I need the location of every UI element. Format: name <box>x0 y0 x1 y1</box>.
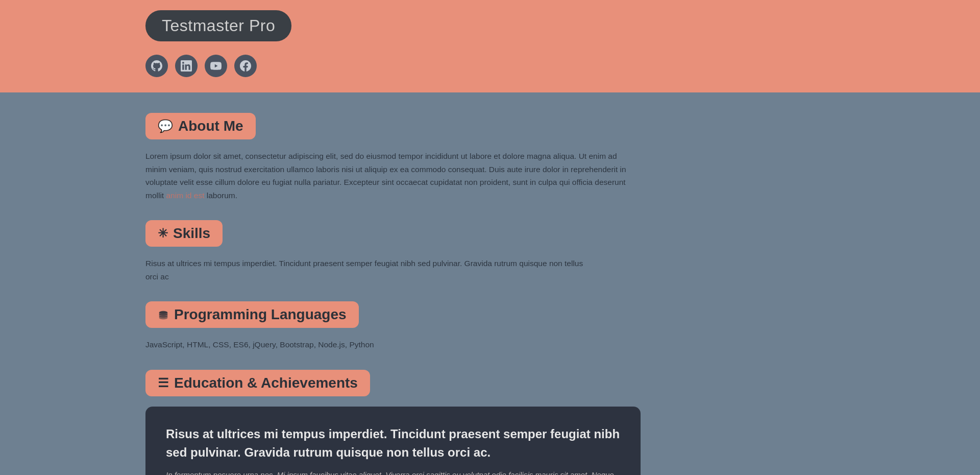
education-heading[interactable]: ☰ Education & Achievements <box>145 370 370 396</box>
youtube-icon[interactable] <box>205 55 227 77</box>
about-text-end: laborum. <box>204 191 237 200</box>
about-section: 💬 About Me Lorem ipsum dolor sit amet, c… <box>145 113 980 202</box>
programming-text: JavaScript, HTML, CSS, ES6, jQuery, Boot… <box>145 338 980 351</box>
linkedin-icon[interactable] <box>175 55 198 77</box>
header-section: Testmaster Pro <box>0 0 980 92</box>
education-section: ☰ Education & Achievements Risus at ultr… <box>145 370 980 475</box>
skills-heading-label: Skills <box>173 225 210 242</box>
skills-heading[interactable]: ✳ Skills <box>145 220 223 247</box>
skills-section: ✳ Skills Risus at ultrices mi tempus imp… <box>145 220 980 283</box>
about-icon: 💬 <box>158 119 173 133</box>
about-heading[interactable]: 💬 About Me <box>145 113 256 139</box>
education-card-subtitle: In fermentum posuere urna nec. Mi ipsum … <box>166 469 620 475</box>
programming-icon <box>158 307 169 322</box>
about-heading-label: About Me <box>178 118 243 134</box>
facebook-icon[interactable] <box>234 55 257 77</box>
programming-section: Programming Languages JavaScript, HTML, … <box>145 301 980 351</box>
education-icon: ☰ <box>158 376 169 390</box>
skills-icon: ✳ <box>158 226 168 241</box>
brand-title: Testmaster Pro <box>145 10 291 41</box>
education-card: Risus at ultrices mi tempus imperdiet. T… <box>145 407 641 475</box>
github-icon[interactable] <box>145 55 168 77</box>
education-heading-label: Education & Achievements <box>174 375 358 391</box>
about-text-highlight: anim id est <box>166 191 204 200</box>
social-icons-container <box>145 55 980 77</box>
education-card-title: Risus at ultrices mi tempus imperdiet. T… <box>166 425 620 462</box>
skills-text: Risus at ultrices mi tempus imperdiet. T… <box>145 257 590 283</box>
about-text: Lorem ipsum dolor sit amet, consectetur … <box>145 150 635 202</box>
main-content: 💬 About Me Lorem ipsum dolor sit amet, c… <box>0 92 980 475</box>
programming-heading-label: Programming Languages <box>174 306 347 323</box>
programming-heading[interactable]: Programming Languages <box>145 301 359 328</box>
